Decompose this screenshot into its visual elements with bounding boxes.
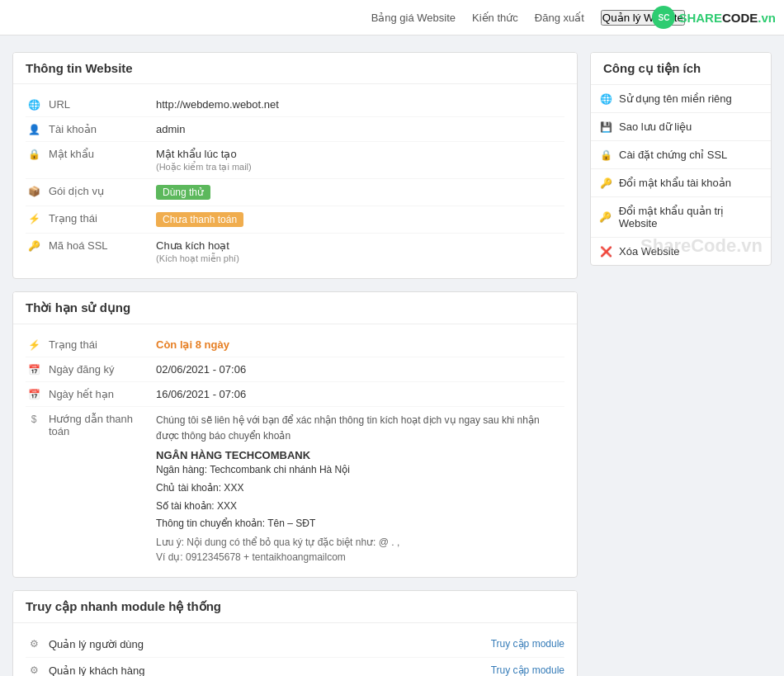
url-icon: 🌐 <box>26 98 42 111</box>
bank-name: NGÂN HÀNG TECHCOMBANK <box>156 449 564 461</box>
quick-icon-1: ⚙ <box>26 664 42 676</box>
change-pwd-icon: 🔑 <box>599 177 612 189</box>
tool-domain[interactable]: 🌐 Sử dụng tên miền riêng <box>591 85 771 113</box>
info-row-status: ⚡ Trạng thái Chưa thanh toán <box>26 206 564 234</box>
tool-backup[interactable]: 💾 Sao lưu dữ liệu <box>591 113 771 141</box>
tool-domain-label: Sử dụng tên miền riêng <box>619 92 732 105</box>
expiry-date-row: 📅 Ngày hết hạn 16/06/2021 - 07:06 <box>26 382 564 407</box>
info-row-url: 🌐 URL http://webdemo.webot.net <box>26 92 564 117</box>
url-value: http://webdemo.webot.net <box>156 98 564 111</box>
quick-name-0: Quản lý người dùng <box>49 638 491 650</box>
payment-desc: Chúng tôi sẽ liên hệ với bạn để xác nhận… <box>156 413 564 444</box>
account-label: Tài khoản <box>49 123 156 135</box>
domain-icon: 🌐 <box>599 93 612 105</box>
tools-card: Công cụ tiện ích 🌐 Sử dụng tên miền riên… <box>590 52 772 266</box>
logo: SC SHARECODE.vn <box>652 0 776 35</box>
tools-list: 🌐 Sử dụng tên miền riêng 💾 Sao lưu dữ li… <box>591 85 771 265</box>
quick-row-1: ⚙ Quản lý khách hàng Truy cập module <box>26 658 564 676</box>
usage-status-row: ⚡ Trạng thái Còn lại 8 ngày <box>26 333 564 357</box>
change-admin-pwd-icon: 🔑 <box>599 211 612 223</box>
logo-icon: SC <box>652 6 675 29</box>
password-icon: 🔒 <box>26 148 42 160</box>
info-row-package: 📦 Gói dịch vụ Dùng thử <box>26 179 564 206</box>
tool-change-admin-password-label: Đổi mật khẩu quản trị Website <box>619 205 763 229</box>
ssl-icon: 🔑 <box>26 239 42 252</box>
status-label: Trạng thái <box>49 212 156 225</box>
package-label: Gói dịch vụ <box>49 185 156 197</box>
tool-change-password-label: Đổi mật khẩu tài khoản <box>619 177 731 189</box>
quick-row-0: ⚙ Quản lý người dùng Truy cập module <box>26 631 564 658</box>
register-date-icon: 📅 <box>26 363 42 376</box>
tool-change-admin-password[interactable]: 🔑 Đổi mật khẩu quản trị Website <box>591 197 771 238</box>
badge-dung-thu: Dùng thử <box>156 185 210 200</box>
tool-delete-website[interactable]: ❌ Xóa Website <box>591 238 771 265</box>
left-column: Thông tin Website 🌐 URL http://webdemo.w… <box>12 52 578 676</box>
account-value: admin <box>156 123 564 135</box>
usage-limit-body: ⚡ Trạng thái Còn lại 8 ngày 📅 Ngày đăng … <box>13 324 577 577</box>
website-info-title: Thông tin Website <box>13 53 577 84</box>
quick-link-0[interactable]: Truy cập module <box>491 638 564 650</box>
tool-backup-label: Sao lưu dữ liệu <box>619 121 692 133</box>
tool-change-password[interactable]: 🔑 Đổi mật khẩu tài khoản <box>591 169 771 197</box>
main-content: Thông tin Website 🌐 URL http://webdemo.w… <box>0 35 784 676</box>
account-icon: 👤 <box>26 123 42 135</box>
top-navigation: Bảng giá Website Kiến thức Đăng xuất Quả… <box>0 0 784 35</box>
bank-details: Ngân hàng: Techcombank chi nhánh Hà Nội … <box>156 461 564 532</box>
expiry-date-value: 16/06/2021 - 07:06 <box>156 388 564 400</box>
nav-price-link[interactable]: Bảng giá Website <box>371 12 456 24</box>
password-value: Mật khẩu lúc tạo (Hoặc kiểm tra tại mail… <box>156 148 564 173</box>
badge-chua-thanh-toan: Chưa thanh toán <box>156 212 243 227</box>
payment-value: Chúng tôi sẽ liên hệ với bạn để xác nhận… <box>156 413 564 563</box>
quick-access-card: Truy cập nhanh module hệ thống ⚙ Quản lý… <box>12 590 578 676</box>
tool-ssl[interactable]: 🔒 Cài đặt chứng chỉ SSL <box>591 141 771 169</box>
register-date-label: Ngày đăng ký <box>49 363 156 376</box>
status-value: Chưa thanh toán <box>156 212 564 227</box>
register-date-row: 📅 Ngày đăng ký 02/06/2021 - 07:06 <box>26 357 564 382</box>
delete-icon: ❌ <box>599 246 612 258</box>
quick-link-1[interactable]: Truy cập module <box>491 664 564 676</box>
quick-name-1: Quản lý khách hàng <box>49 664 491 676</box>
url-label: URL <box>49 98 156 111</box>
status-icon: ⚡ <box>26 212 42 225</box>
ssl-tool-icon: 🔒 <box>599 149 612 161</box>
payment-note: Lưu ý: Nội dung có thể bỏ qua ký tự đặc … <box>156 537 564 548</box>
ssl-value: Chưa kích hoạt (Kích hoạt miễn phí) <box>156 239 564 264</box>
website-info-body: 🌐 URL http://webdemo.webot.net 👤 Tài kho… <box>13 84 577 278</box>
payment-guide-row: $ Hướng dẫn thanh toán Chúng tôi sẽ liên… <box>26 407 564 569</box>
usage-limit-card: Thời hạn sử dụng ⚡ Trạng thái Còn lại 8 … <box>12 291 578 578</box>
usage-status-icon: ⚡ <box>26 338 42 351</box>
quick-access-body: ⚙ Quản lý người dùng Truy cập module ⚙ Q… <box>13 623 577 676</box>
nav-knowledge-link[interactable]: Kiến thức <box>472 12 518 24</box>
package-value: Dùng thử <box>156 185 564 200</box>
quick-access-title: Truy cập nhanh module hệ thống <box>13 591 577 623</box>
usage-status-value: Còn lại 8 ngày <box>156 338 564 351</box>
quick-icon-0: ⚙ <box>26 638 42 650</box>
payment-label: Hướng dẫn thanh toán <box>49 413 156 437</box>
website-info-card: Thông tin Website 🌐 URL http://webdemo.w… <box>12 52 578 279</box>
usage-limit-title: Thời hạn sử dụng <box>13 292 577 324</box>
info-row-password: 🔒 Mật khẩu Mật khẩu lúc tạo (Hoặc kiểm t… <box>26 142 564 179</box>
tools-title: Công cụ tiện ích <box>591 53 771 85</box>
password-label: Mật khẩu <box>49 148 156 160</box>
bank-detail-1: Chủ tài khoản: XXX <box>156 482 243 494</box>
payment-example: Ví dụ: 0912345678 + tentaikhoangmailcom <box>156 551 564 563</box>
info-row-ssl: 🔑 Mã hoá SSL Chưa kích hoạt (Kích hoạt m… <box>26 234 564 270</box>
content-row: Thông tin Website 🌐 URL http://webdemo.w… <box>12 52 772 676</box>
nav-logout-link[interactable]: Đăng xuất <box>535 12 584 24</box>
bank-detail-0: Ngân hàng: Techcombank chi nhánh Hà Nội <box>156 464 350 475</box>
payment-icon: $ <box>26 413 42 425</box>
tool-delete-label: Xóa Website <box>619 245 679 258</box>
register-date-value: 02/06/2021 - 07:06 <box>156 363 564 376</box>
tool-ssl-label: Cài đặt chứng chỉ SSL <box>619 149 727 161</box>
usage-status-label: Trạng thái <box>49 338 156 351</box>
bank-detail-2: Số tài khoản: XXX <box>156 500 237 512</box>
expiry-date-label: Ngày hết hạn <box>49 388 156 400</box>
right-sidebar: Công cụ tiện ích 🌐 Sử dụng tên miền riên… <box>590 52 772 676</box>
info-row-account: 👤 Tài khoản admin <box>26 117 564 142</box>
bank-detail-3: Thông tin chuyển khoản: Tên – SĐT <box>156 518 315 529</box>
package-icon: 📦 <box>26 185 42 197</box>
ssl-label: Mã hoá SSL <box>49 239 156 252</box>
expiry-date-icon: 📅 <box>26 388 42 400</box>
backup-icon: 💾 <box>599 121 612 133</box>
logo-text: SHARECODE.vn <box>678 11 776 25</box>
